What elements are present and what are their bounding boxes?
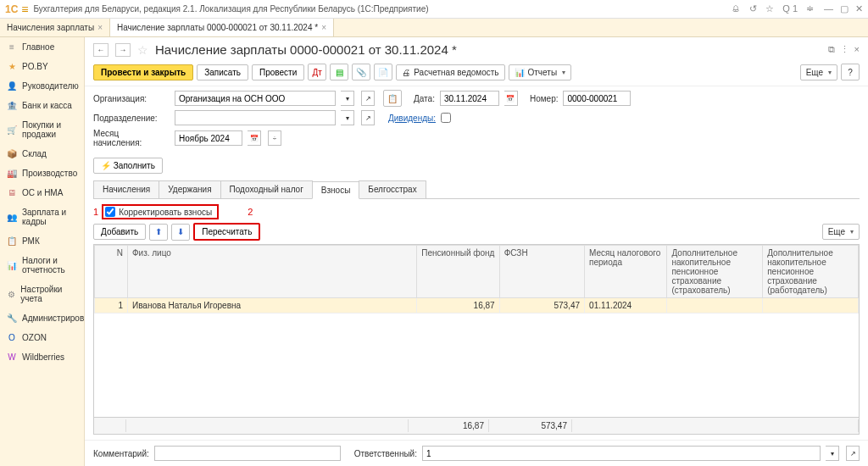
inner-tab[interactable]: Белгосстрах	[359, 180, 426, 198]
more-button[interactable]: Еще	[800, 64, 837, 80]
column-header[interactable]: Пенсионный фонд	[417, 246, 499, 298]
sidebar-item[interactable]: 👤Руководителю	[0, 76, 84, 96]
dept-input[interactable]	[175, 110, 336, 125]
column-header[interactable]: N	[95, 246, 128, 298]
cell-name: Иванова Наталья Игоревна	[127, 298, 416, 313]
create-based-button[interactable]: 📄	[374, 64, 392, 80]
sidebar-item[interactable]: 🏭Производство	[0, 164, 84, 183]
move-down-button[interactable]: ⬇	[171, 224, 190, 241]
column-header[interactable]: Физ. лицо	[127, 246, 416, 298]
tab-label: Начисление зарплаты 0000-000021 от 30.11…	[117, 23, 318, 32]
form-area: Организация: ▾ ↗ 📋 Дата: 📅 Номер: Подраз…	[85, 86, 868, 154]
resp-input[interactable]	[422, 446, 821, 461]
resp-dropdown-icon[interactable]: ▾	[826, 446, 839, 461]
sidebar-item[interactable]: ★PO.BY	[0, 57, 84, 76]
tab-list[interactable]: Начисления зарплаты ×	[0, 19, 110, 36]
reports-button[interactable]: 📊 Отчеты	[509, 64, 572, 80]
column-header[interactable]: Дополнительное накопительное пенсионное …	[763, 246, 859, 298]
search-icon[interactable]: Q 1	[782, 3, 798, 14]
bell-icon[interactable]: 🕭	[732, 3, 741, 14]
resp-open-button[interactable]: ↗	[846, 446, 860, 461]
sidebar-item[interactable]: 👥Зарплата и кадры	[0, 202, 84, 231]
fill-button[interactable]: ⚡ Заполнить	[93, 158, 163, 174]
inner-tab[interactable]: Подоходный налог	[220, 180, 313, 198]
org-dropdown-icon[interactable]: ▾	[341, 91, 354, 106]
add-button[interactable]: Добавить	[93, 224, 146, 240]
cell-pf: 16,87	[417, 298, 499, 313]
structure-button[interactable]: ▤	[330, 64, 348, 80]
maximize-icon[interactable]: ▢	[840, 3, 849, 14]
column-header[interactable]: Месяц налогового периода	[585, 246, 667, 298]
table[interactable]: NФиз. лицоПенсионный фондФСЗНМесяц налог…	[93, 244, 860, 418]
tab-document[interactable]: Начисление зарплаты 0000-000021 от 30.11…	[110, 19, 334, 36]
sidebar-item[interactable]: 📦Склад	[0, 144, 84, 164]
attach-button[interactable]: 📎	[352, 64, 370, 80]
inner-tab[interactable]: Начисления	[93, 180, 159, 198]
correct-checkbox[interactable]	[105, 207, 115, 217]
settings-icon[interactable]: ≑	[806, 3, 814, 14]
sidebar-item[interactable]: ⚙Настройки учета	[0, 280, 84, 308]
sidebar-item[interactable]: 📋РМК	[0, 231, 84, 251]
dividends-link[interactable]: Дивиденды:	[388, 114, 436, 123]
dividends-checkbox[interactable]	[441, 113, 451, 123]
column-header[interactable]: ФСЗН	[499, 246, 584, 298]
back-button[interactable]: ←	[93, 43, 108, 57]
sidebar-item[interactable]: 🖥ОС и НМА	[0, 183, 84, 202]
forward-button[interactable]: →	[115, 43, 131, 57]
star-icon[interactable]: ☆	[765, 3, 774, 14]
move-up-button[interactable]: ⬆	[149, 224, 168, 241]
minimize-icon[interactable]: —	[824, 3, 833, 14]
sidebar-icon: 🏦	[7, 101, 17, 110]
inner-tab[interactable]: Взносы	[312, 181, 360, 199]
sidebar-label: Производство	[22, 169, 77, 178]
calendar-icon[interactable]: 📅	[248, 130, 261, 146]
sidebar-icon: ★	[7, 62, 17, 71]
month-spinner[interactable]: ÷	[268, 130, 281, 146]
calendar-icon[interactable]: 📅	[504, 91, 518, 106]
dt-kt-button[interactable]: Дт	[308, 64, 326, 80]
inner-tab[interactable]: Удержания	[159, 180, 220, 198]
num-input[interactable]	[563, 91, 631, 106]
sidebar-item[interactable]: OOZON	[0, 328, 84, 347]
sidebar-item[interactable]: WWildberries	[0, 347, 84, 367]
sidebar-label: Налоги и отчетность	[22, 256, 77, 275]
sidebar-item[interactable]: 📊Налоги и отчетность	[0, 251, 84, 280]
sidebar-label: Администрирование	[22, 313, 85, 323]
doc-movements-button[interactable]: 📋	[383, 90, 402, 107]
post-button[interactable]: Провести	[252, 64, 304, 80]
comment-input[interactable]	[154, 446, 341, 461]
save-button[interactable]: Записать	[197, 64, 248, 80]
dept-dropdown-icon[interactable]: ▾	[341, 110, 354, 125]
sidebar-item[interactable]: 🔧Администрирование	[0, 308, 84, 328]
history-icon[interactable]: ↺	[749, 3, 757, 14]
post-close-button[interactable]: Провести и закрыть	[93, 64, 193, 80]
hamburger-icon[interactable]: ≡	[21, 3, 28, 16]
correct-checkbox-wrap: Корректировать взносы	[102, 204, 219, 219]
help-button[interactable]: ?	[841, 64, 860, 80]
table-row[interactable]: 1 Иванова Наталья Игоревна 16,87 573,47 …	[95, 298, 859, 313]
tab-close-icon[interactable]: ×	[321, 23, 326, 32]
sidebar-item[interactable]: 🏦Банк и касса	[0, 96, 84, 115]
favorite-icon[interactable]: ☆	[137, 43, 148, 57]
tab-close-icon[interactable]: ×	[97, 23, 103, 32]
link-icon[interactable]: ⧉	[828, 44, 835, 55]
recalc-button[interactable]: Пересчитать	[193, 223, 260, 241]
sidebar-item[interactable]: 🛒Покупки и продажи	[0, 115, 84, 144]
column-header[interactable]: Дополнительное накопительное пенсионное …	[667, 246, 763, 298]
close-icon[interactable]: ✕	[855, 3, 863, 14]
dept-open-button[interactable]: ↗	[361, 110, 375, 125]
date-input[interactable]	[440, 91, 499, 106]
sub-more-button[interactable]: Еще	[822, 224, 860, 240]
cell-extra1	[667, 298, 763, 313]
org-open-button[interactable]: ↗	[361, 91, 375, 106]
org-input[interactable]	[175, 91, 336, 106]
cell-month: 01.11.2024	[585, 298, 667, 313]
menu-icon[interactable]: ⋮	[840, 44, 849, 55]
month-input[interactable]	[175, 130, 242, 146]
print-button[interactable]: 🖨 Расчетная ведомость	[396, 64, 504, 80]
sidebar-label: Главное	[22, 42, 54, 52]
doc-close-icon[interactable]: ×	[854, 44, 860, 55]
sidebar-item[interactable]: ≡Главное	[0, 37, 84, 57]
sidebar-icon: 👤	[7, 81, 17, 91]
org-label: Организация:	[93, 94, 170, 103]
